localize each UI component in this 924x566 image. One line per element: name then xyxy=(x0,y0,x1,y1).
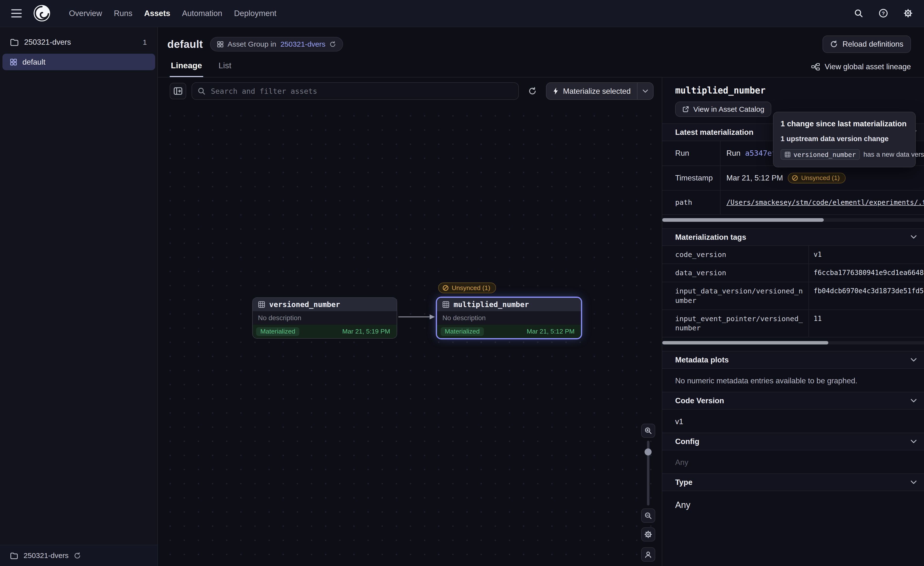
unsynced-badge[interactable]: Unsynced (1) xyxy=(438,283,496,293)
row-label: path xyxy=(662,191,720,214)
sidebar-footer[interactable]: 250321-dvers xyxy=(0,545,158,566)
zoom-slider[interactable] xyxy=(641,441,655,506)
reload-definitions-button[interactable]: Reload definitions xyxy=(822,35,911,53)
scrollbar-thumb[interactable] xyxy=(662,341,828,345)
asset-group-badge[interactable]: Asset Group in 250321-dvers xyxy=(210,37,343,52)
view-in-asset-catalog-button[interactable]: View in Asset Catalog xyxy=(675,102,771,117)
asset-node-versioned-number[interactable]: versioned_number No description Material… xyxy=(252,297,397,339)
lineage-icon xyxy=(811,63,820,71)
asset-node-description: No description xyxy=(253,311,397,325)
refresh-icon[interactable] xyxy=(74,552,81,559)
asset-chip[interactable]: versioned_number xyxy=(780,149,860,160)
config-value: Any xyxy=(675,458,911,467)
materialize-dropdown-caret[interactable] xyxy=(637,83,653,99)
tabs-row: Lineage List View global asset lineage xyxy=(158,58,924,77)
table-row: data_version f6ccba1776380941e9cd1ea6648… xyxy=(662,264,924,282)
lineage-canvas[interactable]: versioned_number No description Material… xyxy=(158,105,662,566)
zoom-in-icon[interactable] xyxy=(641,424,655,438)
dagster-logo[interactable] xyxy=(33,5,51,22)
chevron-down-icon[interactable] xyxy=(910,358,917,362)
asset-groups-sidebar: 250321-dvers 1 default 250321-dvers xyxy=(0,27,158,566)
view-in-asset-catalog-label: View in Asset Catalog xyxy=(693,105,765,113)
unsynced-badge[interactable]: Unsynced (1) xyxy=(788,173,846,184)
table-row: path /Users/smackesey/stm/code/elementl/… xyxy=(662,191,924,215)
asset-search xyxy=(192,82,519,100)
nav-item-automation[interactable]: Automation xyxy=(177,5,228,21)
section-type[interactable]: Type xyxy=(662,473,924,491)
nav-item-runs[interactable]: Runs xyxy=(108,5,138,21)
lineage-toolbar: Materialize selected xyxy=(158,77,662,105)
metadata-empty-message: No numeric metadata entries available to… xyxy=(675,376,911,385)
table-icon xyxy=(442,301,449,308)
nav-item-deployment[interactable]: Deployment xyxy=(229,5,282,21)
refresh-icon[interactable] xyxy=(330,41,336,48)
table-icon xyxy=(784,152,790,157)
search-icon xyxy=(197,87,206,95)
scrollbar-thumb[interactable] xyxy=(662,218,824,222)
status-badge: Materialized xyxy=(441,327,484,336)
materialize-selected-button[interactable]: Materialize selected xyxy=(546,82,653,100)
graph-settings-gear-icon[interactable] xyxy=(641,527,655,542)
sidebar-item-default[interactable]: default xyxy=(2,54,155,70)
sidebar-group-row[interactable]: 250321-dvers 1 xyxy=(0,27,158,53)
materialize-selected-label: Materialize selected xyxy=(563,87,631,96)
chevron-down-icon[interactable] xyxy=(910,480,917,485)
tag-key: input_data_version/versioned_number xyxy=(662,282,809,310)
tag-value: f6ccba1776380941e9cd1ea66481d xyxy=(809,264,924,282)
row-label: Run xyxy=(662,141,720,166)
row-label: Timestamp xyxy=(662,166,720,190)
sidebar-group-count: 1 xyxy=(143,38,147,47)
panel-toggle-icon[interactable] xyxy=(170,83,186,99)
section-materialization-tags[interactable]: Materialization tags xyxy=(662,228,924,246)
bolt-icon xyxy=(553,87,558,95)
section-title: Metadata plots xyxy=(675,355,729,364)
section-config[interactable]: Config xyxy=(662,433,924,450)
materialization-tags-table: code_version v1 data_version f6ccba17763… xyxy=(662,246,924,337)
search-icon[interactable] xyxy=(850,5,867,22)
nav-item-overview[interactable]: Overview xyxy=(64,5,107,21)
external-link-icon xyxy=(682,106,689,113)
asset-search-input[interactable] xyxy=(192,82,519,100)
unsynced-icon xyxy=(792,175,798,181)
status-badge: Materialized xyxy=(256,327,299,336)
badge-group-link[interactable]: 250321-dvers xyxy=(280,40,326,48)
user-icon[interactable] xyxy=(641,547,655,561)
path-link[interactable]: /Users/smackesey/stm/code/elementl/exper… xyxy=(726,199,924,206)
chevron-down-icon[interactable] xyxy=(910,235,917,239)
materialization-time: Mar 21, 5:19 PM xyxy=(342,328,393,335)
zoom-controls xyxy=(641,424,655,561)
menu-icon[interactable] xyxy=(7,4,26,23)
section-metadata-plots[interactable]: Metadata plots xyxy=(662,351,924,369)
section-title: Type xyxy=(675,478,692,487)
table-row: input_event_pointer/versioned_number 11 xyxy=(662,310,924,338)
app-root: Overview Runs Assets Automation Deployme… xyxy=(0,0,924,566)
zoom-slider-thumb[interactable] xyxy=(645,449,652,456)
zoom-out-icon[interactable] xyxy=(641,509,655,522)
refresh-icon[interactable] xyxy=(524,83,541,99)
asset-detail-panel: multiplied_number View in Asset Catalog … xyxy=(662,77,924,566)
tab-lineage[interactable]: Lineage xyxy=(170,58,203,77)
asset-group-icon xyxy=(10,59,17,66)
popover-title: 1 change since last materialization xyxy=(780,119,908,128)
sidebar-item-label: default xyxy=(22,57,45,66)
chevron-down-icon[interactable] xyxy=(910,398,917,403)
help-icon[interactable]: ? xyxy=(874,5,892,22)
nav-item-assets[interactable]: Assets xyxy=(139,5,176,21)
section-title: Code Version xyxy=(675,396,724,405)
asset-node-name: versioned_number xyxy=(269,300,340,309)
chevron-down-icon[interactable] xyxy=(910,439,917,444)
lineage-column: Materialize selected xyxy=(158,77,662,566)
section-title: Materialization tags xyxy=(675,233,746,242)
tag-value: 11 xyxy=(809,310,924,337)
asset-detail-title: multiplied_number xyxy=(675,85,911,96)
unsynced-badge-label: Unsynced (1) xyxy=(452,284,490,292)
section-code-version[interactable]: Code Version xyxy=(662,392,924,409)
tab-list[interactable]: List xyxy=(217,58,232,77)
view-global-lineage-link[interactable]: View global asset lineage xyxy=(811,62,911,77)
tag-value: fb04dcb6970e4c3d1873de51fd5a5 xyxy=(809,282,924,310)
run-prefix: Run xyxy=(726,149,741,158)
gear-icon[interactable] xyxy=(899,5,917,22)
page-title: default xyxy=(167,38,203,50)
folder-icon xyxy=(10,552,18,559)
asset-node-multiplied-number[interactable]: Unsynced (1) multiplied_number No descri… xyxy=(436,297,582,339)
